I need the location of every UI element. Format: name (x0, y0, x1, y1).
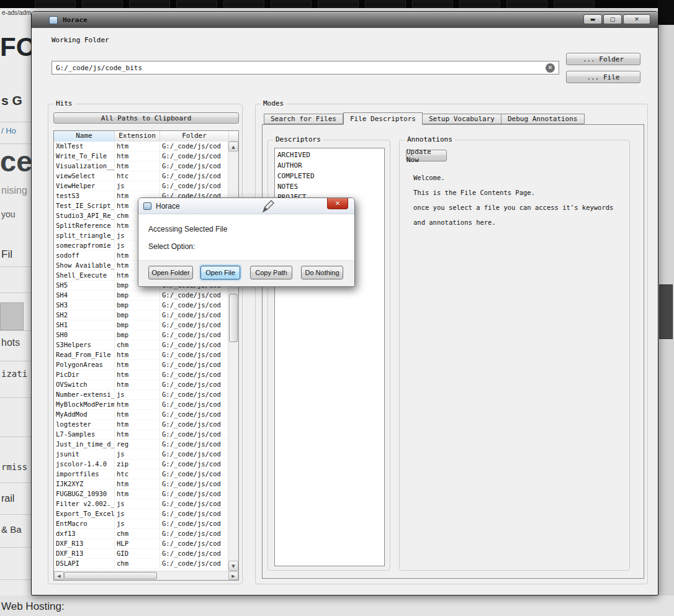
browser-tab[interactable] (459, 1, 500, 7)
descriptor-item[interactable]: ARCHIVED (275, 150, 384, 160)
table-row[interactable]: logtesterhtmG:/_code/js/cod (54, 420, 229, 430)
table-row[interactable]: Write_To_FilehtmG:/_code/js/cod (54, 152, 229, 161)
column-header-folder[interactable]: Folder (160, 131, 229, 142)
table-row[interactable]: Visualization__htmG:/_code/js/cod (54, 161, 229, 171)
horizontal-scrollbar-thumb[interactable] (64, 572, 157, 579)
clear-path-icon[interactable]: ✕ (546, 63, 555, 73)
table-row[interactable]: Just_in_time_d_regG:/_code/js/cod (54, 440, 229, 450)
table-row[interactable]: MyBlockModPerimhtmG:/_code/js/cod (54, 400, 229, 410)
table-row[interactable]: MyAddModhtmG:/_code/js/cod (54, 410, 229, 420)
table-row[interactable]: S3HelperschmG:/_code/js/cod (54, 340, 229, 350)
scroll-down-icon[interactable]: ▼ (228, 561, 238, 571)
dialog-close-button[interactable]: ✕ (327, 198, 348, 209)
table-cell: zip (115, 460, 160, 469)
table-row[interactable]: Read_From_FilehtmG:/_code/js/cod (54, 350, 229, 360)
window-title: Horace (63, 16, 88, 24)
table-cell: jscolor-1.4.0 (54, 460, 115, 469)
close-button[interactable]: ✕ (623, 14, 650, 24)
tab-setup-vocabulary[interactable]: Setup Vocabulary (423, 114, 501, 124)
background-divider (0, 482, 31, 483)
tab-debug-annotations[interactable]: Debug Annotations (501, 114, 585, 124)
browser-tab[interactable] (35, 1, 76, 7)
scroll-up-icon[interactable]: ▲ (228, 142, 238, 152)
open-folder-button[interactable]: Open Folder (148, 266, 193, 279)
browse-folder-button[interactable]: ... Folder (566, 53, 640, 65)
table-row[interactable]: L7-SampleshtmG:/_code/js/cod (54, 430, 229, 440)
update-now-button[interactable]: Update Now (406, 150, 447, 161)
browser-tab[interactable] (412, 1, 453, 7)
table-cell: htm (115, 350, 160, 360)
table-row[interactable]: DXF_R13GIDG:/_code/js/cod (54, 549, 229, 559)
table-row[interactable]: XmlTesthtmG:/_code/js/cod (54, 142, 229, 152)
dialog-prompt: Select Option: (148, 242, 195, 251)
browser-tab[interactable] (365, 1, 406, 7)
background-divider (0, 514, 31, 515)
table-row[interactable]: Export_To_ExceljsG:/_code/js/cod (54, 509, 229, 519)
copy-path-button[interactable]: Copy Path (250, 266, 292, 279)
minimize-button[interactable]: ▬ (583, 14, 602, 24)
vertical-scrollbar-thumb[interactable] (229, 294, 238, 342)
table-cell: Show Available_ (54, 261, 115, 271)
browser-tab[interactable] (318, 1, 359, 7)
browser-tab[interactable] (82, 1, 123, 7)
table-row[interactable]: PolygonAreashtmG:/_code/js/cod (54, 360, 229, 370)
table-row[interactable]: importfileshtcG:/_code/js/cod (54, 469, 229, 479)
working-folder-label: Working Folder (52, 36, 109, 44)
table-row[interactable]: Filter v2.002._jsG:/_code/js/cod (54, 499, 229, 509)
table-row[interactable]: OVSwitchhtmG:/_code/js/cod (54, 380, 229, 390)
table-row[interactable]: jscolor-1.4.0zipG:/_code/js/cod (54, 460, 229, 469)
table-cell: somecrapfromie (54, 241, 115, 251)
scroll-left-icon[interactable]: ◀ (54, 571, 64, 580)
table-row[interactable]: DSLAPIchmG:/_code/js/cod (54, 559, 229, 569)
annotation-line: and annotations here. (413, 215, 626, 230)
descriptor-item[interactable]: NOTES (275, 181, 384, 192)
column-header-name[interactable]: Name (54, 131, 115, 142)
window-titlebar[interactable]: Horace ▬ □ ✕ (32, 12, 658, 28)
browser-tab[interactable] (176, 1, 217, 7)
table-cell: bmp (115, 310, 160, 320)
browser-tab[interactable] (554, 1, 595, 7)
dialog-close-icon: ✕ (335, 201, 340, 207)
table-row[interactable]: PicDirhtmG:/_code/js/cod (54, 370, 229, 380)
working-folder-input[interactable]: G:/_code/js/code_bits ✕ (52, 61, 559, 75)
table-row[interactable]: SH2bmpG:/_code/js/cod (54, 310, 229, 320)
table-row[interactable]: DXF_R13HLPG:/_code/js/cod (54, 539, 229, 549)
table-row[interactable]: SH3bmpG:/_code/js/cod (54, 301, 229, 310)
tab-search-for-files[interactable]: Search for Files (264, 114, 343, 124)
browser-tab[interactable] (223, 1, 264, 7)
browse-file-button[interactable]: ... File (566, 71, 640, 83)
dialog-titlebar[interactable]: Horace ✕ (138, 198, 354, 214)
scroll-right-icon[interactable]: ▶ (228, 571, 238, 580)
descriptor-item[interactable]: AUTHOR (275, 160, 384, 171)
table-row[interactable]: ViewHelperjsG:/_code/js/cod (54, 181, 229, 191)
table-row[interactable]: SH1bmpG:/_code/js/cod (54, 320, 229, 330)
descriptor-item[interactable]: COMPLETED (275, 171, 384, 181)
table-row[interactable]: SH4bmpG:/_code/js/cod (54, 291, 229, 301)
table-row[interactable]: Number-extensi_jsG:/_code/js/cod (54, 390, 229, 400)
dialog-content: Accessing Selected File Select Option: (138, 214, 354, 261)
table-row[interactable]: dxf13chmG:/_code/js/cod (54, 529, 229, 539)
table-cell: EntMacro (54, 519, 115, 529)
browser-tab[interactable] (506, 1, 547, 7)
open-file-button[interactable]: Open File (200, 266, 240, 279)
column-header-extension[interactable]: Extension (115, 131, 160, 142)
table-horizontal-scrollbar[interactable]: ◀ ▶ (54, 571, 238, 580)
table-cell: htm (115, 400, 160, 410)
table-cell: jsunit (54, 450, 115, 460)
browser-tab[interactable] (271, 1, 312, 7)
all-paths-to-clipboard-button[interactable]: All Paths to Clipboard (53, 112, 239, 124)
table-row[interactable]: FUGBUGZ_10930htmG:/_code/js/cod (54, 489, 229, 499)
maximize-button[interactable]: □ (603, 14, 622, 24)
browser-tab[interactable] (129, 1, 170, 7)
table-cell: G:/_code/js/cod (160, 460, 229, 469)
table-row[interactable]: IJK2XYZhtmG:/_code/js/cod (54, 479, 229, 489)
table-row[interactable]: SH0bmpG:/_code/js/cod (54, 330, 229, 340)
page-scrollbar-thumb[interactable] (659, 284, 673, 339)
table-row[interactable]: EntMacrojsG:/_code/js/cod (54, 519, 229, 529)
tab-file-descriptors[interactable]: File Descriptors (343, 112, 423, 125)
table-row[interactable]: viewSelecthtcG:/_code/js/cod (54, 171, 229, 181)
table-cell: Studio3_API_Re_ (54, 211, 115, 221)
background-divider (0, 579, 31, 580)
do-nothing-button[interactable]: Do Nothing (301, 266, 343, 279)
table-row[interactable]: jsunitjsG:/_code/js/cod (54, 450, 229, 460)
